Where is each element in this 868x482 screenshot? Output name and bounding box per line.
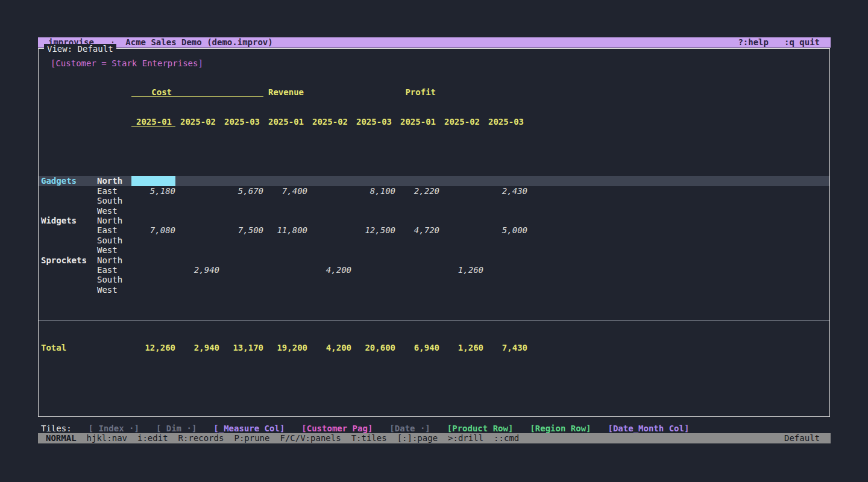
table-row[interactable]: GadgetsNorth [39, 176, 829, 186]
value-cell[interactable] [351, 216, 395, 225]
value-cell[interactable] [395, 206, 439, 216]
value-cell[interactable] [307, 176, 351, 186]
value-cell[interactable] [439, 255, 483, 265]
value-cell[interactable] [219, 176, 263, 186]
table-row[interactable]: West [39, 285, 829, 295]
value-cell[interactable] [175, 196, 219, 205]
value-cell[interactable] [263, 265, 307, 275]
measure-group-profit[interactable]: Profit [395, 87, 527, 97]
value-cell[interactable] [483, 176, 527, 186]
value-cell[interactable] [219, 245, 263, 255]
value-cell[interactable] [351, 285, 395, 295]
value-cell[interactable] [131, 216, 175, 225]
table-row[interactable]: WidgetsNorth [39, 216, 829, 225]
value-cell[interactable] [263, 236, 307, 245]
value-cell[interactable] [307, 196, 351, 205]
tile-region-row[interactable]: [Region Row] [530, 424, 591, 433]
value-cell[interactable] [219, 196, 263, 205]
value-cell[interactable] [439, 236, 483, 245]
value-cell[interactable] [175, 275, 219, 284]
selected-cell[interactable] [131, 176, 175, 186]
value-cell[interactable] [219, 206, 263, 216]
month-column-header[interactable]: 2025-01 [263, 117, 307, 127]
value-cell[interactable] [307, 206, 351, 216]
value-cell[interactable] [351, 255, 395, 265]
value-cell[interactable] [131, 285, 175, 295]
value-cell[interactable] [175, 225, 219, 235]
value-cell[interactable]: 11,800 [263, 225, 307, 235]
value-cell[interactable] [395, 236, 439, 245]
tile-date-month-col[interactable]: [Date_Month Col] [608, 424, 690, 433]
value-cell[interactable] [307, 245, 351, 255]
value-cell[interactable] [219, 275, 263, 284]
value-cell[interactable] [131, 265, 175, 275]
value-cell[interactable] [307, 275, 351, 284]
value-cell[interactable] [351, 206, 395, 216]
table-row[interactable]: SprocketsNorth [39, 255, 829, 265]
month-column-header[interactable]: 2025-01 [131, 117, 175, 127]
tile-customer-pag[interactable]: [Customer Pag] [301, 424, 373, 433]
value-cell[interactable] [219, 265, 263, 275]
value-cell[interactable] [395, 196, 439, 205]
tile-measure-col[interactable]: [_Measure Col] [213, 424, 285, 433]
value-cell[interactable] [131, 206, 175, 216]
tile-dim[interactable]: [ Dim ·] [156, 424, 197, 433]
value-cell[interactable] [175, 245, 219, 255]
value-cell[interactable] [175, 236, 219, 245]
value-cell[interactable] [483, 216, 527, 225]
value-cell[interactable]: 5,670 [219, 186, 263, 196]
value-cell[interactable] [351, 275, 395, 284]
month-column-header[interactable]: 2025-02 [307, 117, 351, 127]
value-cell[interactable] [395, 216, 439, 225]
table-row[interactable]: West [39, 206, 829, 216]
value-cell[interactable] [175, 206, 219, 216]
value-cell[interactable] [395, 275, 439, 284]
value-cell[interactable] [263, 206, 307, 216]
value-cell[interactable]: 5,000 [483, 225, 527, 235]
value-cell[interactable]: 8,100 [351, 186, 395, 196]
value-cell[interactable] [219, 285, 263, 295]
value-cell[interactable] [395, 255, 439, 265]
value-cell[interactable] [439, 216, 483, 225]
value-cell[interactable] [219, 236, 263, 245]
value-cell[interactable] [307, 255, 351, 265]
value-cell[interactable] [263, 275, 307, 284]
value-cell[interactable]: 5,180 [131, 186, 175, 196]
measure-group-revenue[interactable]: Revenue [263, 87, 395, 97]
tile-product-row[interactable]: [Product Row] [447, 424, 514, 433]
month-column-header[interactable]: 2025-03 [219, 117, 263, 127]
month-column-header[interactable]: 2025-03 [483, 117, 527, 127]
value-cell[interactable] [483, 206, 527, 216]
value-cell[interactable] [131, 245, 175, 255]
month-column-header[interactable]: 2025-02 [175, 117, 219, 127]
value-cell[interactable] [395, 176, 439, 186]
table-row[interactable]: East5,1805,6707,4008,1002,2202,430 [39, 186, 829, 196]
value-cell[interactable]: 4,200 [307, 265, 351, 275]
value-cell[interactable] [131, 236, 175, 245]
value-cell[interactable] [483, 236, 527, 245]
value-cell[interactable] [263, 216, 307, 225]
value-cell[interactable] [263, 196, 307, 205]
value-cell[interactable]: 2,430 [483, 186, 527, 196]
value-cell[interactable] [439, 186, 483, 196]
value-cell[interactable] [131, 275, 175, 284]
value-cell[interactable] [395, 285, 439, 295]
value-cell[interactable] [175, 285, 219, 295]
value-cell[interactable] [307, 225, 351, 235]
table-row[interactable]: South [39, 196, 829, 205]
value-cell[interactable] [351, 236, 395, 245]
value-cell[interactable] [439, 176, 483, 186]
month-column-header[interactable]: 2025-03 [351, 117, 395, 127]
tile-index[interactable]: [ Index ·] [89, 424, 139, 433]
tile-date[interactable]: [Date ·] [389, 424, 430, 433]
value-cell[interactable] [219, 216, 263, 225]
value-cell[interactable] [351, 196, 395, 205]
value-cell[interactable] [483, 285, 527, 295]
value-cell[interactable] [483, 245, 527, 255]
value-cell[interactable]: 2,940 [175, 265, 219, 275]
value-cell[interactable] [263, 245, 307, 255]
value-cell[interactable] [307, 285, 351, 295]
value-cell[interactable] [439, 196, 483, 205]
value-cell[interactable]: 1,260 [439, 265, 483, 275]
value-cell[interactable] [175, 186, 219, 196]
